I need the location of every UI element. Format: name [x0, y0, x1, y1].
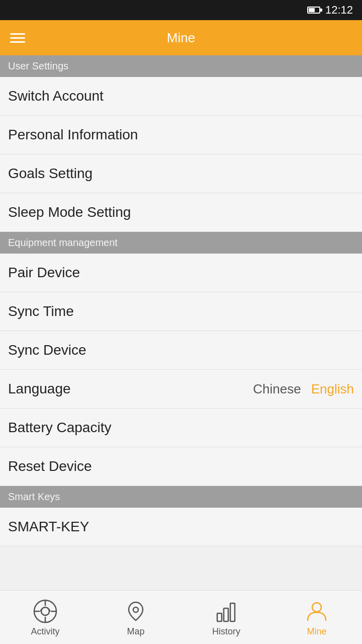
svg-rect-9 — [230, 603, 235, 621]
language-chinese[interactable]: Chinese — [253, 381, 301, 397]
menu-item-switch-account[interactable]: Switch Account — [0, 77, 362, 116]
svg-point-6 — [133, 607, 138, 612]
language-options: Chinese English — [253, 381, 354, 397]
menu-item-language[interactable]: Language Chinese English — [0, 370, 362, 409]
nav-item-map[interactable]: Map — [90, 594, 181, 641]
section-header-equipment-management: Equipment management — [0, 232, 362, 254]
menu-item-goals-setting[interactable]: Goals Setting — [0, 154, 362, 193]
menu-item-pair-device[interactable]: Pair Device — [0, 254, 362, 292]
nav-item-history[interactable]: History — [181, 594, 272, 641]
language-english[interactable]: English — [311, 381, 354, 397]
header: Mine — [0, 20, 362, 55]
nav-label-activity: Activity — [31, 626, 59, 637]
svg-rect-8 — [224, 608, 228, 621]
scroll-content: User Settings Switch Account Personal In… — [0, 55, 362, 602]
status-bar: 12:12 — [0, 0, 362, 20]
mine-icon — [304, 598, 330, 624]
svg-point-10 — [312, 603, 321, 612]
nav-label-map: Map — [127, 626, 144, 637]
menu-item-smart-key[interactable]: SMART-KEY — [0, 508, 362, 546]
hamburger-icon[interactable] — [10, 33, 25, 43]
menu-item-battery-capacity[interactable]: Battery Capacity — [0, 409, 362, 447]
status-time: 12:12 — [325, 4, 353, 17]
menu-item-sync-device[interactable]: Sync Device — [0, 331, 362, 370]
menu-item-sync-time[interactable]: Sync Time — [0, 292, 362, 331]
activity-icon — [32, 598, 58, 624]
menu-item-sleep-mode-setting[interactable]: Sleep Mode Setting — [0, 193, 362, 232]
nav-label-history: History — [212, 626, 240, 637]
nav-item-mine[interactable]: Mine — [272, 594, 362, 641]
header-title: Mine — [167, 30, 195, 46]
section-header-smart-keys: Smart Keys — [0, 486, 362, 508]
history-icon — [213, 598, 239, 624]
map-icon — [123, 598, 149, 624]
section-header-user-settings: User Settings — [0, 55, 362, 77]
nav-item-activity[interactable]: Activity — [0, 594, 90, 641]
menu-item-personal-information[interactable]: Personal Information — [0, 116, 362, 154]
menu-item-reset-device[interactable]: Reset Device — [0, 447, 362, 486]
bottom-nav: Activity Map History Mine — [0, 590, 362, 644]
svg-rect-7 — [217, 613, 222, 621]
nav-label-mine: Mine — [307, 626, 326, 637]
battery-icon — [307, 7, 320, 14]
